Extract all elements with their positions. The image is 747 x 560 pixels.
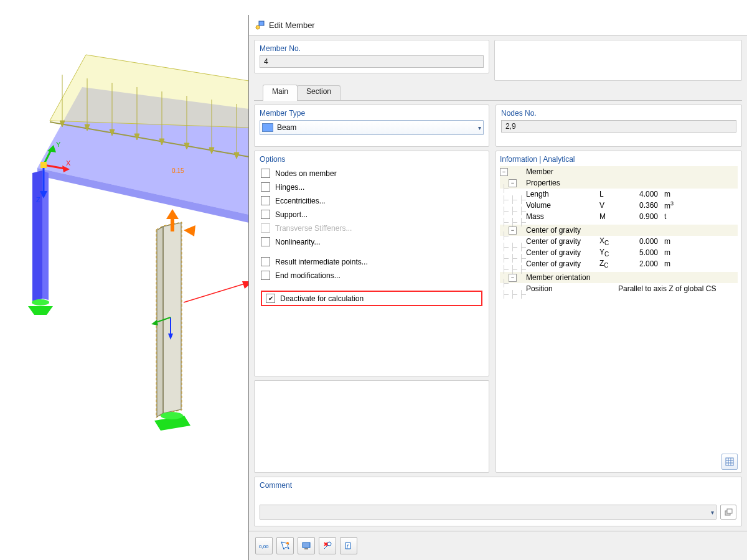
comment-panel: Comment ▾ (254, 477, 742, 526)
svg-text:0.15: 0.15 (172, 167, 184, 174)
toggle-properties[interactable]: − (509, 179, 517, 187)
opt-result-points[interactable]: Result intermediate points... (261, 257, 482, 266)
opt-deactivate-highlight: Deactivate for calculation (261, 291, 482, 306)
member-no-input[interactable] (260, 55, 484, 68)
svg-text:X: X (66, 159, 71, 167)
toggle-cog[interactable]: − (509, 226, 517, 235)
comment-label: Comment (260, 481, 736, 490)
svg-point-47 (256, 26, 260, 29)
svg-rect-59 (303, 543, 310, 548)
tab-main[interactable]: Main (263, 85, 298, 101)
opt-nodes-on-member[interactable]: Nodes on member (261, 169, 482, 178)
info-label: Information | Analytical (500, 155, 738, 164)
info-panel: Information | Analytical −Member −Proper… (496, 151, 742, 473)
edit-member-dialog: Edit Member Member No. Main Section Memb… (248, 15, 747, 560)
svg-point-58 (286, 542, 289, 544)
svg-rect-55 (727, 509, 732, 513)
member-no-label: Member No. (260, 44, 484, 53)
member-type-panel: Member Type Beam ▾ (254, 105, 489, 147)
opt-support[interactable]: Support... (261, 210, 482, 219)
member-type-label: Member Type (260, 109, 484, 118)
model-3d-view[interactable]: 0.15 X Y Z (0, 0, 249, 560)
tab-section[interactable]: Section (297, 85, 341, 100)
svg-marker-2 (50, 55, 249, 128)
nodes-no-label: Nodes No. (501, 109, 736, 118)
info-tree[interactable]: −Member −Properties LengthL4.000m Volume… (500, 166, 738, 294)
dialog-footer: 0,00 ƒ (249, 531, 747, 560)
svg-marker-30 (166, 209, 179, 219)
member-type-value: Beam (277, 123, 478, 132)
comment-viewer-button[interactable] (720, 505, 736, 520)
delete-node-icon (322, 541, 332, 551)
svg-rect-49 (726, 458, 733, 465)
dialog-titlebar[interactable]: Edit Member (249, 15, 747, 35)
tabs: Main Section (254, 86, 742, 101)
tool-units[interactable]: 0,00 (255, 537, 273, 554)
svg-rect-60 (304, 548, 308, 549)
dialog-title: Edit Member (269, 21, 315, 30)
svg-text:Z: Z (36, 196, 40, 203)
decimals-icon: 0,00 (259, 541, 269, 550)
aux-panel (494, 40, 742, 81)
script-icon: ƒ (344, 541, 354, 551)
opt-nonlinearity[interactable]: Nonlinearity... (261, 237, 482, 246)
comment-input[interactable]: ▾ (260, 505, 716, 520)
svg-text:ƒ: ƒ (346, 543, 349, 549)
member-icon (255, 20, 265, 30)
options-label: Options (260, 155, 484, 164)
nodes-no-panel: Nodes No. (496, 105, 742, 147)
svg-point-62 (327, 542, 331, 546)
svg-rect-48 (259, 21, 264, 26)
stack-icon (724, 508, 733, 516)
svg-marker-22 (28, 306, 53, 315)
member-type-swatch (262, 123, 273, 132)
opt-eccentricities[interactable]: Eccentricities... (261, 196, 482, 205)
info-grid-button[interactable] (721, 454, 738, 470)
options-panel: Options Nodes on member Hinges... Eccent… (254, 151, 489, 376)
svg-text:0,00: 0,00 (259, 544, 269, 549)
grid-icon (725, 457, 734, 466)
svg-marker-24 (163, 223, 181, 413)
svg-marker-20 (32, 170, 42, 301)
monitor-icon (301, 541, 311, 551)
member-type-select[interactable]: Beam ▾ (260, 120, 484, 135)
svg-marker-32 (184, 225, 195, 236)
nodes-no-input[interactable] (501, 120, 736, 133)
tool-view[interactable] (298, 537, 315, 554)
svg-rect-41 (40, 162, 47, 168)
toggle-member[interactable]: − (500, 168, 508, 176)
tool-script[interactable]: ƒ (340, 537, 357, 554)
preview-panel (254, 380, 489, 473)
opt-transverse: Transverse Stiffeners... (261, 223, 482, 233)
opt-end-modifications[interactable]: End modifications... (261, 271, 482, 280)
svg-point-34 (161, 412, 183, 419)
svg-text:Y: Y (56, 141, 61, 148)
opt-hinges[interactable]: Hinges... (261, 182, 482, 192)
svg-point-23 (32, 299, 49, 306)
chevron-down-icon: ▾ (478, 124, 481, 131)
member-no-panel: Member No. (254, 40, 489, 73)
pick-icon (280, 541, 290, 551)
toggle-orientation[interactable]: − (509, 274, 517, 282)
opt-deactivate[interactable]: Deactivate for calculation (266, 294, 364, 303)
tool-pick[interactable] (276, 537, 294, 554)
chevron-down-icon: ▾ (711, 509, 714, 516)
tool-delete[interactable] (319, 537, 336, 554)
